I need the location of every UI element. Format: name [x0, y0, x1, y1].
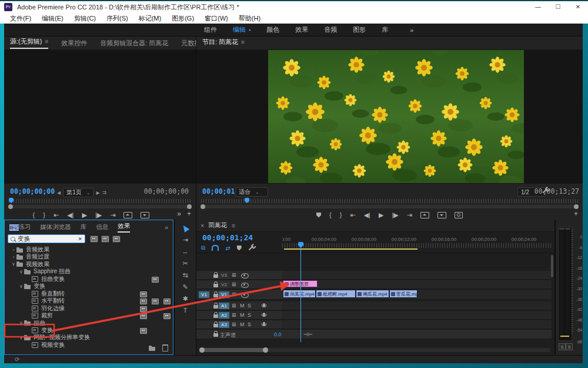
track-lane[interactable]	[282, 320, 552, 329]
menu-item[interactable]: 文件(F)	[5, 14, 36, 23]
clear-search-icon[interactable]: ✕	[78, 236, 82, 242]
workspace-tab[interactable]: 组件	[204, 25, 217, 34]
track-target-button[interactable]: V2	[219, 281, 229, 288]
menu-item[interactable]: 图形(G)	[166, 14, 199, 23]
menu-item[interactable]: 帮助(H)	[233, 14, 266, 23]
source-ruler[interactable]	[9, 199, 191, 203]
yuv-effects-filter-button[interactable]	[111, 234, 122, 244]
razor-tool[interactable]: ✂	[175, 258, 196, 268]
transport-button[interactable]	[455, 212, 463, 218]
chevron-right-icon[interactable]: ›	[11, 254, 16, 260]
program-zoom-scrollbar[interactable]	[201, 205, 578, 208]
workspace-tab[interactable]: 库	[382, 25, 388, 34]
sync-lock-icon[interactable]: ⊞	[232, 321, 236, 327]
track-target-button[interactable]: V1	[219, 291, 229, 298]
transport-button[interactable]: ◀|	[67, 211, 74, 219]
mute-button[interactable]: M	[240, 321, 245, 327]
pen-tool[interactable]: ✎	[175, 282, 196, 291]
workspace-tab[interactable]: 颜色	[266, 25, 279, 34]
track-lane[interactable]	[282, 280, 552, 289]
effects-search-input[interactable]: 变换 ✕	[8, 234, 85, 243]
transport-button[interactable]: ⇥	[110, 211, 115, 219]
transport-button[interactable]	[437, 212, 446, 218]
transport-button[interactable]: |▶	[95, 211, 102, 219]
transport-button[interactable]: ◀|	[364, 211, 370, 219]
solo-right-button[interactable]: S	[566, 343, 573, 350]
chevron-right-icon[interactable]: ›	[11, 247, 16, 253]
voiceover-mic-icon[interactable]	[263, 313, 265, 316]
source-add-button[interactable]: +	[187, 210, 191, 218]
page-advance-icon[interactable]: ⇉	[102, 190, 107, 195]
timeline-ruler[interactable]: ;00;0000;00;04;0000;00;08;0000;00;12;000…	[282, 235, 553, 253]
transport-button[interactable]: {	[33, 211, 35, 218]
track-lane[interactable]	[282, 301, 552, 310]
type-tool[interactable]: T	[175, 306, 196, 315]
solo-button[interactable]: S	[248, 303, 251, 309]
close-button[interactable]: ✕	[568, 1, 588, 13]
chevron-down-icon[interactable]: ∨	[18, 269, 24, 274]
menu-item[interactable]: 窗口(W)	[199, 14, 233, 23]
transport-button[interactable]	[420, 212, 429, 218]
effect-item-row[interactable]: 裁剪	[6, 312, 172, 319]
effect-folder-row[interactable]: ∨视频效果	[6, 261, 172, 268]
menu-item[interactable]: 编辑(E)	[36, 14, 69, 23]
source-monitor-tab[interactable]: 源:(无剪辑)≡	[10, 37, 48, 49]
fit-selector[interactable]: 适合⌄	[235, 187, 268, 197]
slip-tool[interactable]: ⇆	[175, 270, 196, 280]
video-clip[interactable]: 茼蒿花.mp4	[283, 290, 316, 298]
chevron-down-icon[interactable]: ∨	[11, 261, 16, 267]
effect-item-row[interactable]: 羽化边缘	[6, 305, 172, 312]
transport-button[interactable]: ▶	[82, 211, 86, 219]
workspace-tab[interactable]: 编辑	[233, 25, 250, 34]
lock-icon[interactable]	[213, 314, 218, 318]
add-marker-icon[interactable]	[237, 246, 242, 251]
32bit-effects-filter-button[interactable]	[100, 234, 111, 244]
source-zoom-scrollbar[interactable]	[9, 205, 191, 208]
toggle-track-output-eye-icon[interactable]	[241, 273, 249, 279]
track-target-button[interactable]: A2	[219, 312, 229, 319]
source-monitor-tab[interactable]: 效果控件	[61, 39, 87, 48]
transport-button[interactable]: {	[329, 211, 332, 218]
project-panel-tab[interactable]: 标记	[9, 224, 19, 231]
timeline-timecode[interactable]: 00;00;01;24	[202, 233, 253, 242]
lock-icon[interactable]	[213, 274, 218, 278]
transport-button[interactable]: }	[340, 211, 342, 218]
minimize-button[interactable]: —	[528, 1, 548, 13]
effect-folder-row[interactable]: ›音频过渡	[6, 253, 172, 260]
video-clip[interactable]: 南瓜花.mp4	[356, 290, 389, 298]
effect-item-row[interactable]: 扭曲变换	[6, 276, 172, 283]
track-lane[interactable]	[282, 311, 552, 320]
close-sequence-icon[interactable]: ×	[201, 222, 204, 229]
transport-button[interactable]: ⇤	[350, 211, 355, 219]
ripple-edit-tool[interactable]: ↔	[175, 247, 196, 256]
sync-lock-icon[interactable]: ⊞	[232, 303, 236, 309]
accelerated-effects-filter-button[interactable]	[89, 234, 99, 244]
effect-folder-row[interactable]: ∨扭曲	[6, 320, 172, 327]
menu-item[interactable]: 标记(M)	[133, 14, 167, 23]
effect-folder-row[interactable]: ∨Sapphire 扭曲	[6, 268, 172, 275]
transport-button[interactable]	[123, 212, 132, 218]
mute-button[interactable]: M	[240, 312, 245, 318]
voiceover-mic-icon[interactable]	[263, 303, 265, 307]
source-patch[interactable]: V1	[199, 291, 209, 298]
new-custom-bin-icon[interactable]	[149, 347, 155, 351]
master-volume-value[interactable]: 0.0	[274, 331, 282, 337]
sequence-tab[interactable]: 茼蒿花	[208, 221, 227, 230]
video-clip[interactable]: 苦瓜花.mp4	[389, 290, 417, 298]
program-ruler[interactable]	[201, 199, 578, 203]
sync-lock-icon[interactable]: ⊞	[232, 291, 236, 297]
solo-left-button[interactable]: S	[559, 343, 566, 350]
transport-button[interactable]: }	[43, 211, 45, 218]
effect-item-row[interactable]: 视频变换	[6, 342, 172, 349]
maximize-button[interactable]: ☐	[548, 1, 568, 13]
project-tabs-overflow-icon[interactable]: »	[165, 224, 168, 231]
track-target-button[interactable]: A3	[219, 321, 229, 328]
selection-tool[interactable]	[175, 223, 196, 233]
sync-lock-icon[interactable]: ⊞	[232, 312, 236, 318]
effect-folder-row[interactable]: ›音频效果	[6, 246, 172, 253]
workspace-tab[interactable]: 音频	[324, 25, 337, 34]
chevron-down-icon[interactable]: ∨	[18, 320, 24, 326]
voiceover-mic-icon[interactable]	[263, 322, 265, 326]
toggle-track-output-eye-icon[interactable]	[241, 283, 249, 288]
workspace-tab[interactable]: 效果	[295, 25, 308, 34]
